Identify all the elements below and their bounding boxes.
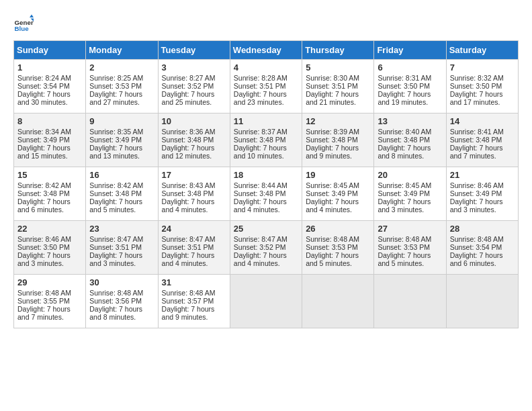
day-info-line: Daylight: 7 hours xyxy=(306,197,370,205)
day-info-line: Sunset: 3:48 PM xyxy=(162,136,226,144)
day-number: 15 xyxy=(17,170,82,180)
day-info-line: Sunset: 3:49 PM xyxy=(306,189,370,197)
day-info-line: and 4 minutes. xyxy=(162,205,226,214)
day-info-line: and 30 minutes. xyxy=(17,98,82,106)
calendar-header-row: SundayMondayTuesdayWednesdayThursdayFrid… xyxy=(14,41,519,60)
day-info-line: Daylight: 7 hours xyxy=(234,90,298,98)
calendar-cell: 3Sunrise: 8:27 AMSunset: 3:52 PMDaylight… xyxy=(158,60,230,113)
day-info-line: Sunrise: 8:48 AM xyxy=(306,235,370,243)
svg-text:Blue: Blue xyxy=(15,25,30,32)
day-info-line: Daylight: 7 hours xyxy=(234,251,298,259)
day-info-line: Daylight: 7 hours xyxy=(162,197,226,205)
calendar-cell: 21Sunrise: 8:46 AMSunset: 3:49 PMDayligh… xyxy=(446,167,518,221)
day-info-line: Sunset: 3:51 PM xyxy=(234,82,298,90)
day-info-line: and 7 minutes. xyxy=(17,313,82,321)
calendar-week-row: 15Sunrise: 8:42 AMSunset: 3:48 PMDayligh… xyxy=(14,167,519,221)
day-info-line: Sunrise: 8:48 AM xyxy=(450,235,515,243)
day-info-line: Daylight: 7 hours xyxy=(234,197,298,205)
day-info-line: and 23 minutes. xyxy=(234,98,298,106)
day-info-line: and 5 minutes. xyxy=(306,259,370,267)
calendar-cell: 15Sunrise: 8:42 AMSunset: 3:48 PMDayligh… xyxy=(14,167,86,221)
day-number: 20 xyxy=(378,170,442,180)
day-info-line: Sunset: 3:51 PM xyxy=(306,82,370,90)
day-number: 12 xyxy=(306,116,370,126)
day-info-line: Sunset: 3:48 PM xyxy=(378,136,442,144)
day-info-line: and 5 minutes. xyxy=(89,205,154,214)
day-info-line: Sunset: 3:52 PM xyxy=(162,82,226,90)
day-info-line: and 25 minutes. xyxy=(162,98,226,106)
day-info-line: Daylight: 7 hours xyxy=(162,90,226,98)
calendar-cell: 4Sunrise: 8:28 AMSunset: 3:51 PMDaylight… xyxy=(230,60,302,113)
day-number: 6 xyxy=(378,62,442,73)
day-info-line: Sunrise: 8:32 AM xyxy=(450,74,515,82)
day-info-line: Daylight: 7 hours xyxy=(306,251,370,259)
day-info-line: and 5 minutes. xyxy=(378,259,442,267)
day-info-line: Sunrise: 8:34 AM xyxy=(17,128,82,136)
day-number: 1 xyxy=(17,62,82,73)
day-info-line: and 19 minutes. xyxy=(378,98,442,106)
day-info-line: and 17 minutes. xyxy=(450,98,515,106)
day-info-line: Sunset: 3:53 PM xyxy=(89,82,154,90)
day-info-line: Sunset: 3:51 PM xyxy=(162,243,226,251)
day-info-line: Sunrise: 8:36 AM xyxy=(162,128,226,136)
day-info-line: Sunrise: 8:27 AM xyxy=(162,74,226,82)
calendar-cell: 9Sunrise: 8:35 AMSunset: 3:49 PMDaylight… xyxy=(86,113,158,167)
day-info-line: Sunrise: 8:47 AM xyxy=(89,235,154,243)
day-info-line: and 6 minutes. xyxy=(17,205,82,214)
day-info-line: and 4 minutes. xyxy=(234,205,298,214)
day-info-line: and 4 minutes. xyxy=(162,259,226,267)
day-info-line: Sunset: 3:48 PM xyxy=(234,189,298,197)
day-info-line: Sunset: 3:53 PM xyxy=(306,243,370,251)
day-info-line: Daylight: 7 hours xyxy=(17,90,82,98)
day-info-line: and 7 minutes. xyxy=(450,152,515,160)
calendar-cell: 10Sunrise: 8:36 AMSunset: 3:48 PMDayligh… xyxy=(158,113,230,167)
day-info-line: Daylight: 7 hours xyxy=(17,251,82,259)
calendar-cell: 16Sunrise: 8:42 AMSunset: 3:48 PMDayligh… xyxy=(86,167,158,221)
calendar-cell: 20Sunrise: 8:45 AMSunset: 3:49 PMDayligh… xyxy=(374,167,446,221)
day-info-line: Daylight: 7 hours xyxy=(17,144,82,152)
day-header-wednesday: Wednesday xyxy=(230,41,302,60)
day-info-line: and 3 minutes. xyxy=(89,259,154,267)
calendar-cell: 14Sunrise: 8:41 AMSunset: 3:48 PMDayligh… xyxy=(446,113,518,167)
day-number: 21 xyxy=(450,170,515,180)
calendar-week-row: 1Sunrise: 8:24 AMSunset: 3:54 PMDaylight… xyxy=(14,60,519,113)
day-info-line: Sunset: 3:48 PM xyxy=(450,136,515,144)
day-info-line: Sunrise: 8:48 AM xyxy=(89,289,154,297)
calendar-cell: 27Sunrise: 8:48 AMSunset: 3:53 PMDayligh… xyxy=(374,221,446,275)
day-info-line: Sunrise: 8:39 AM xyxy=(306,128,370,136)
day-info-line: Daylight: 7 hours xyxy=(17,197,82,205)
day-number: 14 xyxy=(450,116,515,126)
day-info-line: Sunset: 3:54 PM xyxy=(450,243,515,251)
calendar-cell: 8Sunrise: 8:34 AMSunset: 3:49 PMDaylight… xyxy=(14,113,86,167)
day-header-saturday: Saturday xyxy=(446,41,518,60)
day-info-line: Daylight: 7 hours xyxy=(162,144,226,152)
day-info-line: and 6 minutes. xyxy=(450,259,515,267)
day-number: 25 xyxy=(234,224,298,234)
day-info-line: and 4 minutes. xyxy=(306,205,370,214)
day-info-line: Sunrise: 8:30 AM xyxy=(306,74,370,82)
day-info-line: Daylight: 7 hours xyxy=(450,144,515,152)
day-info-line: Sunrise: 8:46 AM xyxy=(17,235,82,243)
day-info-line: Sunrise: 8:41 AM xyxy=(450,128,515,136)
day-info-line: Sunrise: 8:43 AM xyxy=(162,181,226,189)
day-info-line: Daylight: 7 hours xyxy=(162,251,226,259)
day-info-line: Sunset: 3:48 PM xyxy=(234,136,298,144)
day-info-line: Sunset: 3:49 PM xyxy=(17,136,82,144)
day-info-line: and 4 minutes. xyxy=(234,259,298,267)
calendar-cell: 28Sunrise: 8:48 AMSunset: 3:54 PMDayligh… xyxy=(446,221,518,275)
day-info-line: Daylight: 7 hours xyxy=(306,90,370,98)
day-info-line: Sunset: 3:48 PM xyxy=(162,189,226,197)
calendar-cell: 26Sunrise: 8:48 AMSunset: 3:53 PMDayligh… xyxy=(302,221,374,275)
day-number: 24 xyxy=(162,224,226,234)
day-number: 9 xyxy=(89,116,154,126)
day-number: 3 xyxy=(162,62,226,73)
calendar-cell: 12Sunrise: 8:39 AMSunset: 3:48 PMDayligh… xyxy=(302,113,374,167)
day-info-line: Sunrise: 8:40 AM xyxy=(378,128,442,136)
day-info-line: Sunset: 3:50 PM xyxy=(450,82,515,90)
day-info-line: and 10 minutes. xyxy=(234,152,298,160)
day-info-line: Daylight: 7 hours xyxy=(450,90,515,98)
day-info-line: Daylight: 7 hours xyxy=(17,305,82,313)
day-number: 4 xyxy=(234,62,298,73)
day-info-line: Sunrise: 8:28 AM xyxy=(234,74,298,82)
calendar-cell: 6Sunrise: 8:31 AMSunset: 3:50 PMDaylight… xyxy=(374,60,446,113)
